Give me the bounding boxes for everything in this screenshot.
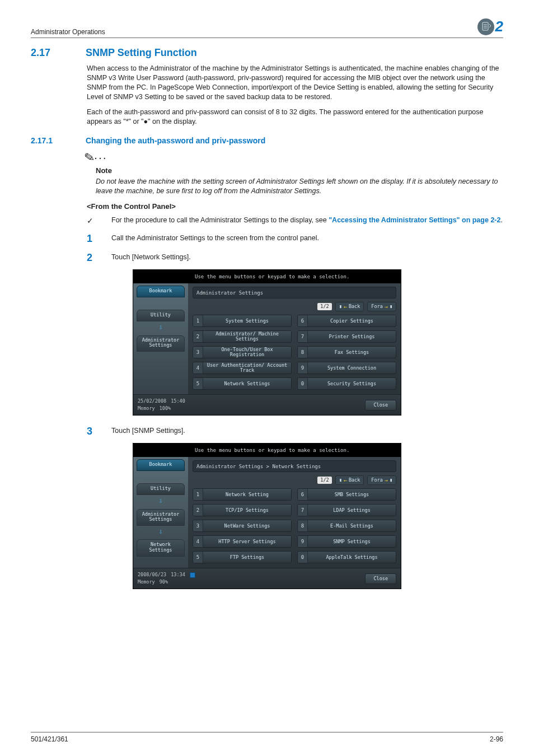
menu-button-label: Fax Settings (308, 347, 396, 358)
section-heading: 2.17 SNMP Setting Function (31, 46, 503, 59)
bullet-pre: For the procedure to call the Administra… (111, 216, 329, 224)
menu-button[interactable]: 2TCP/IP Settings (193, 504, 292, 516)
bar-icon: ▮ (390, 304, 392, 310)
pager-fwd-button[interactable]: Fora→▮ (367, 475, 396, 486)
menu-button-label: E-Mail Settings (308, 520, 396, 531)
panel-1-time: 15:40 (171, 398, 185, 404)
panel-1-topmsg: Use the menu buttons or keypad to make a… (133, 270, 401, 283)
from-panel-heading: <From the Control Panel> (87, 202, 503, 212)
menu-button[interactable]: 4User Authentication/ Account Track (193, 362, 292, 374)
subsection-title: Changing the auth-password and priv-pass… (86, 136, 265, 146)
ellipsis-icon: ... (95, 151, 108, 160)
panel-1: Use the menu buttons or keypad to make a… (133, 269, 401, 416)
menu-button-number: 0 (298, 552, 308, 563)
menu-button-label: HTTP Server Settings (203, 536, 291, 547)
bullet-link[interactable]: "Accessing the Administrator Settings" o… (329, 216, 500, 224)
menu-button-label: User Authentication/ Account Track (203, 362, 291, 374)
menu-button[interactable]: 1System Settings (193, 315, 292, 327)
pager-back-label: Back (349, 304, 360, 310)
bar-icon: ▮ (390, 477, 392, 483)
panel-2: Use the menu buttons or keypad to make a… (133, 443, 401, 590)
section-title: SNMP Setting Function (86, 46, 197, 59)
menu-button-label: Printer Settings (308, 331, 396, 342)
step-3-num: 3 (87, 424, 98, 438)
pager-page: 1/2 (317, 477, 331, 484)
step-3-text: Touch [SNMP Settings]. (111, 424, 503, 436)
menu-button[interactable]: 6SMB Settings (297, 488, 396, 501)
menu-button[interactable]: 3NetWare Settings (193, 520, 292, 532)
menu-button-number: 5 (193, 552, 203, 563)
panel-1-close-button[interactable]: Close (365, 400, 396, 410)
menu-button[interactable]: 6Copier Settings (297, 315, 396, 327)
menu-button[interactable]: 7LDAP Settings (297, 504, 396, 516)
panel-2-status: 2008/06/23 13:34 Memory 90% Close (133, 568, 401, 589)
chapter-number: 2 (495, 17, 503, 36)
menu-button-label: System Connection (308, 362, 396, 374)
menu-button[interactable]: 8E-Mail Settings (297, 520, 396, 532)
step-1-num: 1 (87, 232, 98, 245)
footer-right: 2-96 (490, 735, 503, 744)
menu-button[interactable]: 0Security Settings (297, 377, 396, 390)
tab-admin-label: Administrator Settings (142, 511, 180, 522)
menu-button[interactable]: 9System Connection (297, 362, 396, 374)
menu-button-number: 3 (193, 520, 203, 531)
tab-utility[interactable]: Utility (137, 483, 185, 495)
menu-button[interactable]: 8Fax Settings (297, 346, 396, 358)
menu-button-label: Network Settings (203, 378, 291, 389)
tab-network-settings[interactable]: Network Settings (137, 539, 185, 557)
panel-2-screen: Use the menu buttons or keypad to make a… (133, 443, 401, 590)
menu-button-number: 2 (193, 331, 203, 342)
panel-2-time: 13:34 (171, 572, 185, 578)
menu-button[interactable]: 3One-Touch/User Box Registration (193, 346, 292, 358)
note-label: Note (96, 166, 503, 176)
menu-button-label: TCP/IP Settings (203, 505, 291, 516)
menu-button-number: 1 (193, 489, 203, 500)
menu-button[interactable]: 5FTP Settings (193, 551, 292, 563)
panel-1-menu: 1System Settings6Copier Settings2Adminis… (193, 315, 396, 390)
tab-admin-settings[interactable]: Administrator Settings (137, 509, 185, 526)
page: Administrator Operations 2 2.17 SNMP Set… (0, 0, 534, 756)
menu-button-number: 9 (298, 362, 308, 374)
panel-1-pager: 1/2 ▮←Back Fora→▮ (193, 302, 396, 312)
menu-button-number: 8 (298, 347, 308, 358)
bullet-post: . (500, 216, 502, 224)
menu-button-label: Security Settings (308, 378, 396, 389)
subsection-heading: 2.17.1 Changing the auth-password and pr… (31, 136, 503, 146)
section-p1: When access to the Administrator of the … (87, 64, 503, 102)
header-left: Administrator Operations (31, 27, 105, 36)
job-icon (190, 572, 195, 578)
menu-button-label: One-Touch/User Box Registration (203, 347, 291, 358)
menu-button[interactable]: 0AppleTalk Settings (297, 551, 396, 563)
pager-fwd-button[interactable]: Fora→▮ (367, 302, 396, 312)
step-2-text: Touch [Network Settings]. (111, 251, 503, 262)
tab-admin-settings[interactable]: Administrator Settings (137, 335, 185, 352)
tab-bookmark[interactable]: Bookmark (137, 286, 185, 297)
menu-button-label: SNMP Settings (308, 536, 396, 547)
menu-button-number: 0 (298, 378, 308, 389)
pager-back-button[interactable]: ▮←Back (335, 302, 364, 312)
menu-button[interactable]: 5Network Settings (193, 377, 292, 390)
menu-button-label: Administrator/ Machine Settings (203, 331, 291, 342)
panel-1-status: 25/02/2008 15:40 Memory 100% Close (133, 394, 401, 415)
bullet-text: For the procedure to call the Administra… (111, 216, 503, 226)
tab-bookmark[interactable]: Bookmark (137, 459, 185, 471)
menu-button[interactable]: 2Administrator/ Machine Settings (193, 330, 292, 343)
menu-button-number: 7 (298, 331, 308, 342)
step-2: 2 Touch [Network Settings]. (87, 251, 503, 264)
memory-label: Memory (138, 405, 155, 412)
section-body: When access to the Administrator of the … (87, 64, 503, 126)
panel-2-close-button[interactable]: Close (365, 573, 396, 584)
note-text: Do not leave the machine with the settin… (96, 177, 503, 196)
menu-button[interactable]: 9SNMP Settings (297, 535, 396, 548)
panel-1-breadcrumb: Administrator Settings (193, 287, 396, 298)
menu-button-number: 6 (298, 315, 308, 326)
panel-2-topmsg: Use the menu buttons or keypad to make a… (133, 444, 401, 457)
menu-button[interactable]: 4HTTP Server Settings (193, 535, 292, 548)
pager-back-button[interactable]: ▮←Back (335, 475, 364, 486)
bullet-row: ✓ For the procedure to call the Administ… (87, 216, 503, 226)
menu-button[interactable]: 7Printer Settings (297, 330, 396, 343)
chapter-badge: 2 (477, 17, 503, 36)
menu-button[interactable]: 1Network Setting (193, 488, 292, 501)
doc-icon (477, 18, 494, 35)
tab-utility[interactable]: Utility (137, 310, 185, 321)
